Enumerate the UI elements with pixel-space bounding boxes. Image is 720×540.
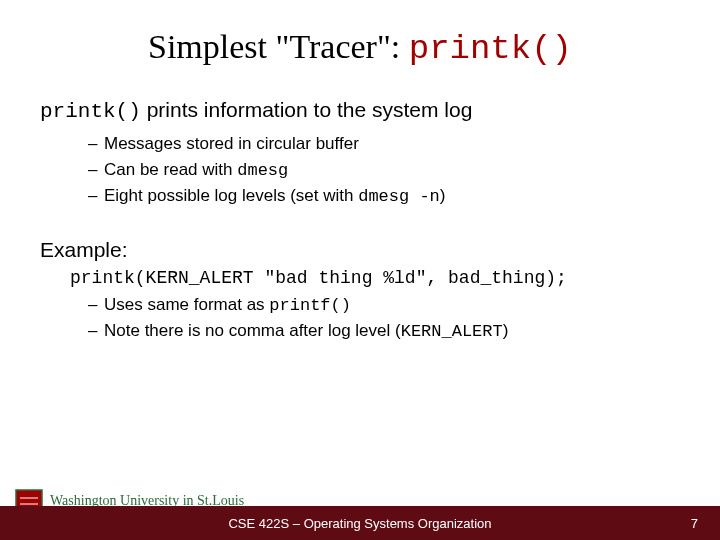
slide-title: Simplest "Tracer": printk(): [40, 28, 680, 68]
intro-line: printk() prints information to the syste…: [40, 98, 680, 123]
page-number: 7: [691, 516, 698, 531]
title-prefix: Simplest "Tracer":: [148, 28, 409, 65]
bullet-list-2: Uses same format as printf()Note there i…: [88, 292, 680, 345]
example-label: Example:: [40, 238, 680, 262]
slide-body: Simplest "Tracer": printk() printk() pri…: [0, 0, 720, 345]
list-item: Eight possible log levels (set with dmes…: [88, 183, 680, 210]
example-code: printk(KERN_ALERT "bad thing %ld", bad_t…: [70, 268, 680, 288]
list-item: Uses same format as printf(): [88, 292, 680, 319]
title-code: printk(): [409, 30, 572, 68]
list-item: Note there is no comma after log level (…: [88, 318, 680, 345]
bullet-list-1: Messages stored in circular bufferCan be…: [88, 131, 680, 210]
list-item: Messages stored in circular buffer: [88, 131, 680, 157]
list-item: Can be read with dmesg: [88, 157, 680, 184]
intro-rest: prints information to the system log: [141, 98, 472, 121]
footer-course: CSE 422S – Operating Systems Organizatio…: [228, 516, 491, 531]
footer-bar: CSE 422S – Operating Systems Organizatio…: [0, 506, 720, 540]
intro-code: printk(): [40, 100, 141, 123]
